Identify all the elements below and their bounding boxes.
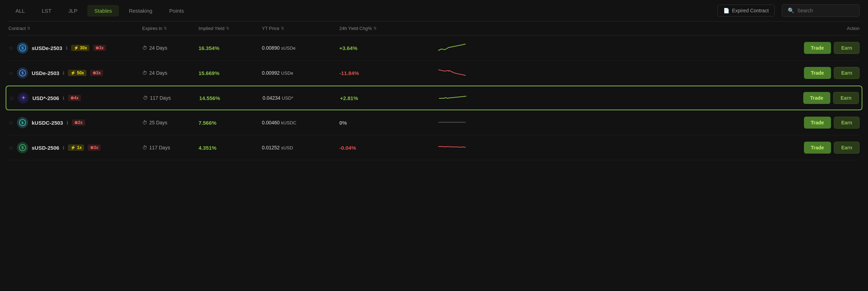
implied-yield-usde-2503: 15.669% — [199, 70, 262, 76]
table-body: ☆$sUSDe-2503ℹ⚡ 30x⊗3x⏱24 Days16.354%0.00… — [8, 36, 860, 160]
sparkline-svg-susd-2506 — [438, 142, 466, 152]
favorite-star-usde-2503[interactable]: ☆ — [8, 70, 13, 76]
favorite-star-usdstar-2506[interactable]: ☆ — [9, 95, 14, 101]
action-cell-susd-2506: TradeEarn — [796, 142, 860, 154]
yt-price-usde-2503: 0.00992USDe — [262, 70, 339, 76]
expired-contract-button[interactable]: 📄 Expired Contract — [717, 5, 775, 17]
document-icon: 📄 — [723, 8, 729, 13]
tab-stables[interactable]: Stables — [87, 5, 119, 17]
search-input[interactable] — [797, 8, 854, 13]
yield-chg-cell-susde-2503: +3.64% — [339, 45, 438, 51]
implied-yield-usdstar-2506: 14.556% — [199, 95, 263, 101]
expires-cell-kusdc-2503: ⏱25 Days — [142, 120, 199, 125]
trade-button-susde-2503[interactable]: Trade — [804, 42, 831, 54]
tab-jlp[interactable]: JLP — [61, 5, 84, 17]
sparkline-usde-2503 — [438, 68, 796, 79]
col-header-expires[interactable]: Expires in ⇅ — [142, 26, 199, 31]
tab-points[interactable]: Points — [162, 5, 191, 17]
table-row: ☆$USDe-2503ℹ⚡ 50x⊗3x⏱24 Days15.669%0.009… — [8, 61, 860, 86]
sort-icon-contract: ⇅ — [27, 26, 30, 31]
contract-name-susd-2506: sUSD-2506 — [32, 145, 59, 151]
clock-icon: ⏱ — [142, 70, 147, 76]
contract-cell-usde-2503: ☆$USDe-2503ℹ⚡ 50x⊗3x — [8, 67, 142, 79]
favorite-star-kusdc-2503[interactable]: ☆ — [8, 119, 13, 126]
earn-button-susd-2506[interactable]: Earn — [834, 142, 860, 154]
multiplier-badge-usde-2503: ⊗3x — [90, 70, 103, 76]
yt-price-usdstar-2506: 0.04234USD* — [263, 95, 340, 101]
yt-price-susd-2506: 0.01252sUSD — [262, 145, 339, 150]
tab-restaking[interactable]: Restaking — [122, 5, 159, 17]
earn-button-usdstar-2506[interactable]: Earn — [833, 92, 859, 104]
action-cell-usde-2503: TradeEarn — [796, 67, 860, 79]
sparkline-susd-2506 — [438, 142, 796, 153]
tab-bar: ALL LST JLP Stables Restaking Points 📄 E… — [8, 0, 860, 21]
col-header-yield-chg[interactable]: 24h Yield Chg% ⇅ — [339, 26, 438, 31]
clock-icon: ⏱ — [142, 45, 147, 51]
yield-chg-value-usde-2503: -11.84% — [339, 70, 359, 76]
implied-yield-susd-2506: 4.351% — [199, 145, 262, 151]
expires-cell-usde-2503: ⏱24 Days — [142, 70, 199, 76]
clock-icon: ⏱ — [142, 120, 147, 125]
multiplier-badge-susd-2506: ⊗3x — [88, 144, 101, 151]
earn-button-kusdc-2503[interactable]: Earn — [834, 117, 860, 129]
favorite-star-susd-2506[interactable]: ☆ — [8, 144, 13, 151]
sparkline-usdstar-2506 — [439, 93, 795, 104]
svg-text:$: $ — [21, 71, 24, 75]
trade-button-usde-2503[interactable]: Trade — [804, 67, 831, 79]
expires-cell-susd-2506: ⏱117 Days — [142, 145, 199, 150]
info-icon-kusdc-2503[interactable]: ℹ — [67, 120, 68, 125]
asset-icon-susd-2506: $ — [17, 142, 28, 153]
earn-button-susde-2503[interactable]: Earn — [834, 42, 860, 54]
asset-icon-usde-2503: $ — [17, 67, 28, 79]
info-icon-susde-2503[interactable]: ℹ — [66, 45, 68, 51]
svg-text:$: $ — [21, 46, 24, 50]
table-row: ☆✦USD*-2506ℹ⊗4x⏱117 Days14.556%0.04234US… — [6, 86, 862, 110]
yield-chg-cell-usde-2503: -11.84% — [339, 70, 438, 76]
info-icon-usde-2503[interactable]: ℹ — [63, 70, 64, 76]
contract-name-usde-2503: USDe-2503 — [32, 70, 59, 76]
sort-icon-expires: ⇅ — [164, 26, 167, 31]
expires-cell-susde-2503: ⏱24 Days — [142, 45, 199, 51]
contract-name-kusdc-2503: kUSDC-2503 — [32, 120, 63, 126]
earn-button-usde-2503[interactable]: Earn — [834, 67, 860, 79]
yield-chg-value-susd-2506: -0.04% — [339, 145, 356, 151]
favorite-star-susde-2503[interactable]: ☆ — [8, 45, 13, 51]
tab-lst[interactable]: LST — [35, 5, 59, 17]
trade-button-susd-2506[interactable]: Trade — [804, 142, 831, 154]
contract-cell-susd-2506: ☆$sUSD-2506ℹ⚡ 1x⊗3x — [8, 142, 142, 153]
search-icon: 🔍 — [788, 7, 794, 14]
asset-icon-susde-2503: $ — [17, 42, 28, 54]
info-icon-susd-2506[interactable]: ℹ — [63, 145, 64, 150]
clock-icon: ⏱ — [142, 145, 147, 150]
table-row: ☆$sUSD-2506ℹ⚡ 1x⊗3x⏱117 Days4.351%0.0125… — [8, 135, 860, 160]
svg-text:✦: ✦ — [21, 95, 25, 100]
col-header-implied-yield[interactable]: Implied Yield ⇅ — [199, 26, 262, 31]
svg-text:k: k — [21, 121, 24, 125]
col-header-yt-price[interactable]: YT Price ⇅ — [262, 26, 339, 31]
search-bar[interactable]: 🔍 — [782, 4, 860, 17]
sparkline-svg-susde-2503 — [438, 43, 466, 52]
trade-button-kusdc-2503[interactable]: Trade — [804, 117, 831, 129]
contract-name-usdstar-2506: USD*-2506 — [32, 95, 59, 101]
col-header-contract[interactable]: Contract ⇅ — [8, 26, 142, 31]
contract-name-susde-2503: sUSDe-2503 — [32, 45, 62, 51]
sparkline-svg-usde-2503 — [438, 68, 466, 78]
trade-button-usdstar-2506[interactable]: Trade — [803, 92, 830, 104]
action-cell-susde-2503: TradeEarn — [796, 42, 860, 54]
info-icon-usdstar-2506[interactable]: ℹ — [63, 95, 64, 101]
asset-icon-kusdc-2503: k — [17, 117, 28, 128]
implied-yield-susde-2503: 16.354% — [199, 45, 262, 51]
table-row: ☆kkUSDC-2503ℹ⊗2x⏱25 Days7.566%0.00460kUS… — [8, 110, 860, 135]
action-cell-kusdc-2503: TradeEarn — [796, 117, 860, 129]
sort-icon-yield-chg: ⇅ — [373, 26, 377, 31]
contract-cell-kusdc-2503: ☆kkUSDC-2503ℹ⊗2x — [8, 117, 142, 128]
table-header: Contract ⇅ Expires in ⇅ Implied Yield ⇅ … — [8, 21, 860, 36]
tab-all[interactable]: ALL — [8, 5, 32, 17]
sort-icon-yt-price: ⇅ — [281, 26, 284, 31]
expired-contract-label: Expired Contract — [732, 8, 769, 13]
implied-yield-kusdc-2503: 7.566% — [199, 120, 262, 126]
col-header-chart — [438, 26, 796, 31]
yield-chg-cell-susd-2506: -0.04% — [339, 145, 438, 151]
expires-value: 25 Days — [149, 120, 167, 125]
yield-chg-cell-kusdc-2503: 0% — [339, 120, 438, 126]
